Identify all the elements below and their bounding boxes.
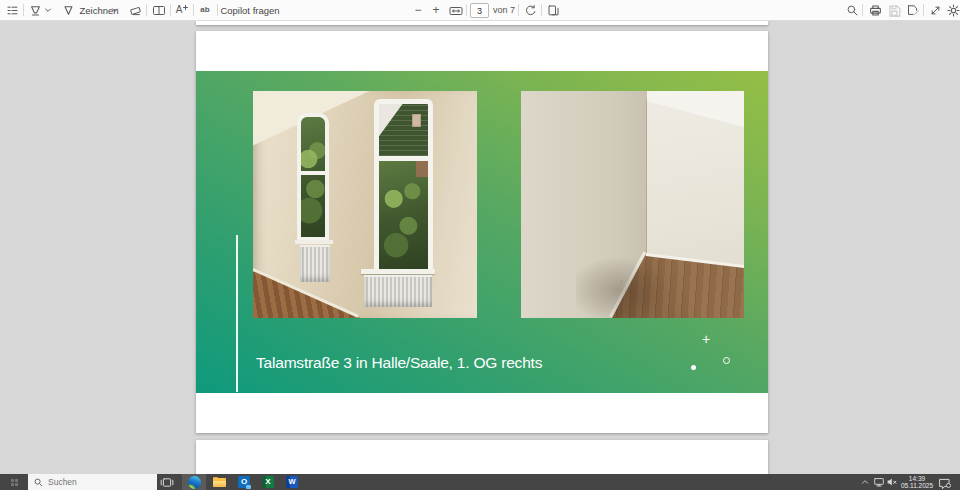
network-icon (873, 476, 885, 488)
copilot-label: Copilot fragen (220, 5, 279, 16)
copilot-button[interactable]: Copilot fragen (224, 0, 276, 20)
chevron-down-icon (44, 6, 52, 14)
action-center-button[interactable] (935, 474, 953, 490)
file-explorer-button[interactable] (207, 474, 231, 490)
clock-date: 05.11.2025 (901, 482, 933, 489)
printer-icon (869, 4, 882, 17)
slide-plus-decoration: + (699, 332, 713, 346)
page-number-input[interactable] (470, 3, 489, 18)
fullscreen-icon (929, 4, 942, 17)
pdf-page-3: Talamstraße 3 in Halle/Saale, 1. OG rech… (196, 31, 768, 433)
photo-building-sliver (416, 161, 428, 177)
draw-button[interactable] (61, 0, 76, 20)
sparkle-icon (183, 5, 188, 11)
page-view-icon (547, 4, 561, 17)
read-aloud-button[interactable]: A (174, 0, 190, 20)
page-count: von 7 (492, 0, 516, 20)
taskbar-search[interactable] (28, 474, 157, 490)
edge-browser-button[interactable] (182, 474, 206, 490)
zoom-in-button[interactable]: + (429, 0, 443, 20)
excel-icon: X (262, 476, 274, 488)
draw-dropdown[interactable] (110, 0, 120, 20)
toolbar-divider (923, 4, 924, 16)
settings-button[interactable] (946, 0, 960, 20)
photo-radiator-main (364, 275, 432, 307)
photo-wall-corner-line (646, 99, 647, 255)
windows-logo-icon (11, 479, 18, 486)
network-button[interactable] (872, 474, 886, 490)
excel-button[interactable]: X (256, 474, 280, 490)
toolbar-divider (23, 4, 24, 16)
toolbar-divider (193, 4, 194, 16)
zoom-out-button[interactable]: − (411, 0, 425, 20)
translate-button[interactable]: ab (197, 0, 213, 20)
task-view-button[interactable] (155, 474, 179, 490)
word-icon: W (286, 476, 298, 488)
previous-page-edge (196, 21, 768, 25)
search-icon (34, 478, 43, 487)
toolbar-divider (862, 4, 863, 16)
save-icon (888, 4, 901, 17)
photo-window-main-lower (379, 161, 428, 269)
pdf-viewer-window: Zeichnen A ab Copilot fragen − + (0, 0, 960, 490)
toolbar-divider (541, 4, 542, 16)
photo-radiator-left (300, 245, 330, 282)
search-document-button[interactable] (845, 0, 860, 20)
page-view-button[interactable] (546, 0, 562, 20)
task-view-icon (160, 476, 174, 489)
highlight-dropdown[interactable] (43, 0, 53, 20)
outlook-icon: O (238, 476, 250, 488)
toolbar-divider (466, 4, 467, 16)
save-button[interactable] (887, 0, 902, 20)
save-as-button[interactable] (906, 0, 921, 20)
fit-width-icon (449, 4, 463, 17)
windows-taskbar: O X W 14:39 05.11.2025 (0, 474, 960, 490)
translate-icon: ab (200, 6, 209, 14)
fit-to-width-button[interactable] (448, 0, 464, 20)
search-input[interactable] (48, 477, 138, 487)
word-button[interactable]: W (280, 474, 304, 490)
highlighter-icon (29, 4, 42, 17)
outlook-button[interactable]: O (232, 474, 256, 490)
eraser-icon (129, 4, 142, 17)
photo-building-window (412, 114, 421, 127)
page-layout-button[interactable] (151, 0, 167, 20)
save-as-icon (907, 4, 920, 17)
pdf-toolbar: Zeichnen A ab Copilot fragen − + (0, 0, 960, 21)
photo-window-main-sill (361, 269, 435, 274)
toolbar-divider (170, 4, 171, 16)
chevron-up-icon (860, 477, 870, 487)
page-count-label: von 7 (493, 5, 515, 15)
plus-icon: + (432, 4, 439, 16)
photo-socket (620, 280, 623, 284)
rotate-button[interactable] (523, 0, 538, 20)
read-aloud-icon: A (176, 5, 183, 15)
fullscreen-button[interactable] (928, 0, 943, 20)
notification-badge (946, 483, 951, 488)
tray-expand-button[interactable] (858, 474, 872, 490)
gear-icon (947, 4, 960, 17)
highlight-button[interactable] (28, 0, 43, 20)
print-button[interactable] (868, 0, 883, 20)
rotate-icon (524, 4, 537, 17)
taskbar-clock[interactable]: 14:39 05.11.2025 (899, 474, 935, 490)
minus-icon: − (414, 4, 421, 16)
chevron-down-icon (111, 6, 119, 14)
slide-title: Talamstraße 3 in Halle/Saale, 1. OG rech… (256, 354, 542, 372)
table-of-contents-icon (6, 4, 19, 17)
slide-circle-decoration (723, 357, 730, 364)
pdf-page-4-top (196, 440, 768, 474)
photo-corner-shadow (576, 256, 671, 318)
photo-empty-room (521, 91, 744, 318)
toolbar-divider (518, 4, 519, 16)
search-icon (846, 4, 859, 17)
clock-time: 14:39 (909, 475, 925, 482)
volume-button[interactable] (885, 474, 899, 490)
start-button[interactable] (0, 474, 28, 490)
erase-button[interactable] (128, 0, 143, 20)
outlook-envelope (246, 485, 251, 489)
table-of-contents-button[interactable] (4, 0, 20, 20)
slide-image-area: Talamstraße 3 in Halle/Saale, 1. OG rech… (196, 71, 768, 393)
toolbar-divider (146, 4, 147, 16)
edge-icon (188, 476, 201, 489)
